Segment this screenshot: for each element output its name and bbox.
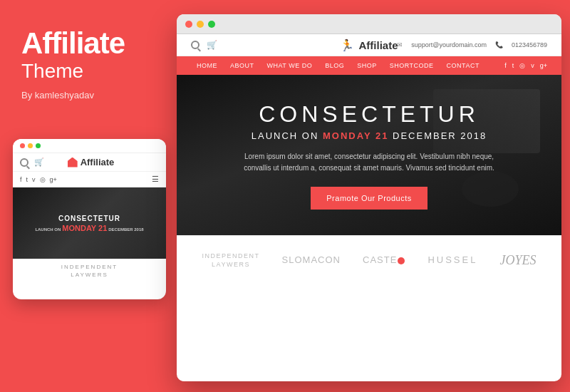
partner-dot (398, 257, 405, 264)
desktop-logo: 🏃 Affiliate (340, 38, 398, 52)
desktop-nav-left: 🛒 (191, 40, 217, 50)
mobile-hero-launch: LAUNCH ON MONDAY 21 DECEMBER 2018 (20, 224, 159, 232)
mobile-dot-yellow (28, 143, 33, 148)
hero-subtitle-suffix: DECEMBER 2018 (393, 130, 487, 141)
mobile-launch-suffix: DECEMBER 2018 (108, 227, 143, 232)
brand-title: Affiliate (21, 29, 125, 58)
nav-gplus-icon[interactable]: g+ (540, 62, 547, 69)
instagram-icon: ◎ (40, 176, 46, 183)
nav-twitter-icon[interactable]: t (512, 62, 514, 69)
main-nav-social: f t ◎ v g+ (504, 62, 547, 69)
partner-slomacon: SLOMACON (282, 254, 341, 267)
mobile-dot-red (20, 143, 25, 148)
twitter-icon: t (26, 176, 28, 183)
hamburger-icon: ☰ (152, 175, 159, 184)
titlebar-dot-green (208, 21, 215, 28)
partner-independent: INDEPENDENTLAYWERS (202, 252, 260, 269)
gplus-icon: g+ (50, 176, 57, 183)
nav-blog[interactable]: BLOG (319, 56, 350, 75)
desktop-top-nav: 🛒 🏃 Affiliate ✉ support@yourdomain.com 📞… (177, 34, 561, 56)
phone-icon: 📞 (495, 41, 503, 48)
mobile-launch-prefix: LAUNCH ON (35, 227, 61, 232)
mobile-social-icons: f t v ◎ g+ (20, 176, 57, 183)
nav-instagram-icon[interactable]: ◎ (519, 62, 525, 69)
partner-joyes: Joyes (499, 252, 536, 269)
mobile-brand-bottom-text: INDEPENDENT LAYWERS (20, 263, 159, 279)
mobile-bottom-line2: LAYWERS (71, 272, 108, 278)
logo-person-icon: 🏃 (340, 38, 354, 52)
mobile-hero-text: CONSECTETUR LAUNCH ON MONDAY 21 DECEMBER… (20, 215, 159, 232)
mobile-launch-highlight: MONDAY 21 (62, 224, 107, 232)
titlebar-dot-yellow (197, 21, 204, 28)
hero-subtitle: LAUNCH ON MONDAY 21 DECEMBER 2018 (241, 130, 497, 141)
partners-section: INDEPENDENTLAYWERS SLOMACON CASTE HUSSEL… (177, 235, 561, 285)
mobile-titlebar (13, 139, 166, 153)
hero-subtitle-highlight: MONDAY 21 (323, 130, 388, 141)
nav-shop[interactable]: SHOP (351, 56, 383, 75)
desktop-cart-icon[interactable]: 🛒 (207, 40, 217, 50)
mobile-logo: Affiliate (68, 157, 115, 167)
brand-by: By kamleshyadav (21, 90, 94, 100)
hero-title: CONSECTETUR (241, 101, 497, 128)
mobile-social-bar: f t v ◎ g+ ☰ (13, 172, 166, 187)
nav-what-we-do[interactable]: WHAT WE DO (261, 56, 318, 75)
hero-cta-button[interactable]: Pramote Our Products (311, 187, 427, 210)
desktop-search-icon[interactable] (191, 41, 200, 49)
nav-shortcode[interactable]: SHORTCODE (384, 56, 440, 75)
nav-contact[interactable]: CONTACT (441, 56, 485, 75)
desktop-logo-text: Affiliate (358, 39, 398, 51)
nav-home[interactable]: HOME (191, 56, 223, 75)
mobile-dot-green (36, 143, 41, 148)
hero-content: CONSECTETUR LAUNCH ON MONDAY 21 DECEMBER… (241, 101, 497, 210)
mobile-dots (20, 143, 41, 148)
mobile-cart-icon: 🛒 (34, 158, 44, 167)
phone-number: 0123456789 (512, 41, 547, 48)
partner-casted: CASTE (363, 254, 405, 267)
vimeo-icon: v (32, 176, 36, 183)
nav-vimeo-icon[interactable]: v (531, 62, 534, 69)
main-nav: HOME ABOUT WHAT WE DO BLOG SHOP SHORTCOD… (177, 56, 561, 75)
mobile-hero: CONSECTETUR LAUNCH ON MONDAY 21 DECEMBER… (13, 187, 166, 259)
support-email: support@yourdomain.com (411, 41, 487, 48)
facebook-icon: f (20, 176, 22, 183)
desktop-mockup: 🛒 🏃 Affiliate ✉ support@yourdomain.com 📞… (177, 14, 561, 381)
nav-facebook-icon[interactable]: f (504, 62, 507, 69)
brand-subtitle: Theme (21, 60, 83, 83)
left-panel: Affiliate Theme By kamleshyadav 🛒 Affili… (0, 0, 178, 392)
mobile-logo-text: Affiliate (81, 157, 115, 167)
hero-section: CONSECTETUR LAUNCH ON MONDAY 21 DECEMBER… (177, 75, 561, 235)
mobile-bottom-line1: INDEPENDENT (61, 264, 118, 270)
hero-desc: Lorem ipsum dolor sit amet, consectetur … (241, 151, 497, 174)
nav-about[interactable]: ABOUT (224, 56, 260, 75)
hero-subtitle-prefix: LAUNCH ON (252, 130, 319, 141)
mobile-nav-left: 🛒 (20, 158, 44, 167)
mobile-nav: 🛒 Affiliate (13, 153, 166, 172)
mobile-logo-icon (68, 158, 78, 167)
mobile-hero-title: CONSECTETUR (20, 215, 159, 222)
mobile-mockup: 🛒 Affiliate f t v ◎ g+ ☰ CONSECTETUR (13, 139, 166, 299)
titlebar-dot-red (185, 21, 192, 28)
main-nav-links: HOME ABOUT WHAT WE DO BLOG SHOP SHORTCOD… (191, 56, 485, 75)
mobile-search-icon (20, 158, 28, 167)
desktop-titlebar (177, 14, 561, 34)
partner-hussel: HUSSEL (428, 254, 477, 267)
mobile-brand-bottom: INDEPENDENT LAYWERS (13, 259, 166, 283)
desktop-nav-right: ✉ support@yourdomain.com 📞 0123456789 (397, 41, 547, 48)
